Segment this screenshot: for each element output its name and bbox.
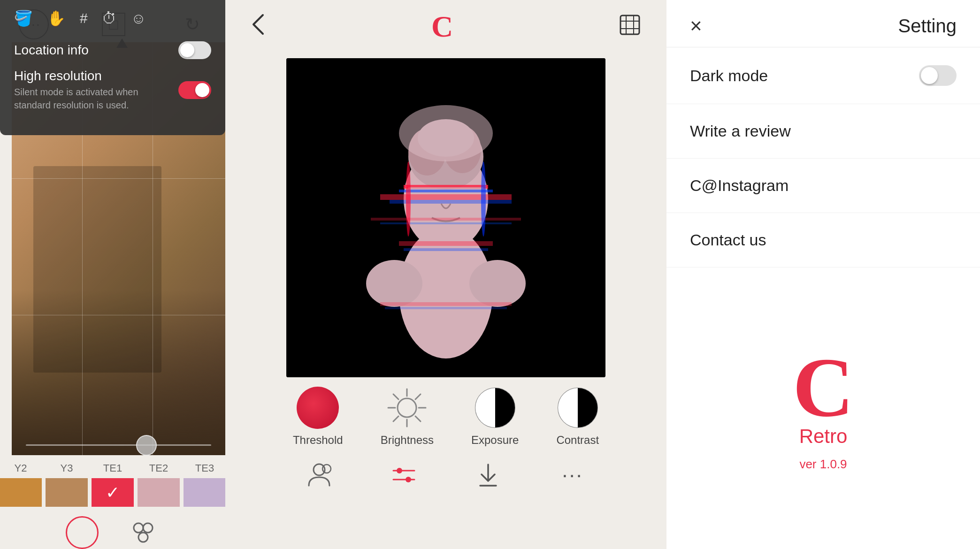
svg-line-37 — [393, 394, 398, 399]
svg-rect-27 — [380, 302, 512, 306]
close-button[interactable]: × — [690, 14, 702, 38]
settings-title: Setting — [898, 15, 957, 37]
middle-top-bar: C — [225, 0, 666, 53]
back-arrow-icon — [249, 10, 268, 38]
filter-label-y2: Y2 — [0, 462, 42, 474]
crop-button[interactable] — [617, 12, 643, 42]
close-icon: × — [690, 14, 702, 37]
people-icon — [129, 518, 157, 547]
brightness-icon — [386, 387, 428, 429]
person-action-button[interactable] — [305, 461, 333, 489]
filter-icons-row: Threshold Brig — [293, 387, 599, 447]
location-info-label: Location info — [14, 43, 89, 58]
download-action-button[interactable] — [474, 461, 502, 489]
contrast-filter[interactable]: Contrast — [556, 387, 599, 447]
svg-point-30 — [481, 161, 486, 236]
sliders-icon — [391, 462, 417, 488]
toggle-thumb-on — [195, 83, 209, 97]
thumbnail-row: ✓ — [0, 478, 258, 507]
face-icon[interactable]: ☺ — [131, 10, 146, 27]
brightness-filter[interactable]: Brightness — [381, 387, 434, 447]
thumbnail-te1[interactable]: ✓ — [92, 478, 134, 507]
svg-point-1 — [143, 523, 153, 533]
svg-point-26 — [469, 260, 526, 307]
logo-section: C Retro ver 1.0.9 — [666, 267, 980, 549]
filter-section: Threshold Brig — [225, 377, 666, 494]
bottom-action-bar: ··· — [305, 461, 587, 489]
exposure-icon-svg — [474, 387, 516, 429]
threshold-filter[interactable]: Threshold — [293, 387, 343, 447]
svg-point-25 — [366, 260, 422, 307]
filter-label-y3: Y3 — [46, 462, 88, 474]
more-action-button[interactable]: ··· — [559, 461, 587, 489]
svg-rect-24 — [404, 248, 488, 251]
dark-mode-row[interactable]: Dark mode — [666, 47, 980, 104]
contact-us-row[interactable]: Contact us — [666, 213, 980, 267]
bottom-icons-row — [66, 516, 160, 549]
sun-icon — [386, 387, 428, 429]
svg-rect-19 — [380, 194, 512, 200]
filter-label-te2: TE2 — [138, 462, 180, 474]
dark-mode-label: Dark mode — [690, 67, 768, 85]
bucket-icon[interactable]: 🪣 — [14, 9, 33, 27]
high-resolution-toggle[interactable] — [178, 81, 211, 99]
svg-rect-3 — [620, 15, 639, 34]
thumbnail-y3[interactable] — [46, 478, 88, 507]
threshold-icon — [297, 387, 339, 429]
thumbnail-te2[interactable] — [138, 478, 180, 507]
svg-rect-18 — [408, 187, 483, 190]
write-review-row[interactable]: Write a review — [666, 104, 980, 159]
svg-rect-21 — [371, 218, 521, 221]
back-button[interactable] — [249, 10, 268, 43]
circle-mode-button[interactable] — [66, 516, 99, 549]
app-logo-middle: C — [431, 9, 453, 44]
svg-rect-28 — [385, 307, 507, 309]
svg-point-0 — [134, 523, 143, 533]
svg-point-29 — [406, 161, 411, 236]
svg-point-44 — [322, 465, 331, 473]
location-info-row: Location info — [14, 41, 211, 59]
svg-point-48 — [406, 477, 411, 482]
exposure-icon — [474, 387, 516, 429]
thumbnail-y2[interactable] — [0, 478, 42, 507]
slider-track[interactable] — [26, 444, 211, 446]
app-name: Retro — [799, 425, 848, 448]
settings-header: × Setting — [666, 0, 980, 47]
crop-icon — [617, 12, 643, 38]
svg-point-46 — [397, 468, 402, 473]
popup-arrow — [116, 38, 128, 48]
main-photo — [286, 58, 605, 377]
svg-point-2 — [138, 533, 148, 542]
middle-panel: C — [225, 0, 666, 549]
grid-icon[interactable]: # — [80, 10, 88, 26]
high-resolution-label-group: High resolution Silent mode is activated… — [14, 69, 145, 112]
download-icon — [478, 462, 499, 488]
contact-us-label: Contact us — [690, 231, 766, 249]
location-toggle[interactable] — [178, 41, 211, 59]
adjust-action-button[interactable] — [390, 461, 418, 489]
svg-point-31 — [399, 105, 493, 161]
dark-mode-toggle[interactable] — [919, 65, 957, 86]
contrast-icon-svg — [557, 387, 599, 429]
people-button[interactable] — [127, 516, 160, 549]
hand-icon[interactable]: ✋ — [47, 9, 66, 27]
svg-line-40 — [393, 416, 398, 421]
thumbnail-te3[interactable] — [184, 478, 226, 507]
instagram-label: C@Instagram — [690, 176, 789, 195]
filter-labels: Y2 Y3 TE1 TE2 TE3 — [0, 462, 226, 474]
filter-label-te3: TE3 — [184, 462, 226, 474]
contrast-icon — [557, 387, 599, 429]
svg-rect-22 — [380, 222, 512, 224]
three-dots-icon: ··· — [562, 463, 583, 487]
instagram-row[interactable]: C@Instagram — [666, 159, 980, 213]
timer-icon[interactable]: ⏱ — [102, 10, 117, 27]
slider-thumb[interactable] — [136, 435, 157, 456]
glitch-statue-svg — [286, 58, 605, 377]
dark-mode-toggle-thumb — [921, 67, 938, 84]
popup-icons-row: 🪣 ✋ # ⏱ ☺ — [14, 9, 211, 27]
filter-label-te1: TE1 — [92, 462, 134, 474]
person-icon — [306, 462, 332, 488]
exposure-filter[interactable]: Exposure — [471, 387, 519, 447]
right-panel: × Setting Dark mode Write a review C@Ins… — [666, 0, 980, 549]
svg-line-38 — [415, 416, 421, 421]
